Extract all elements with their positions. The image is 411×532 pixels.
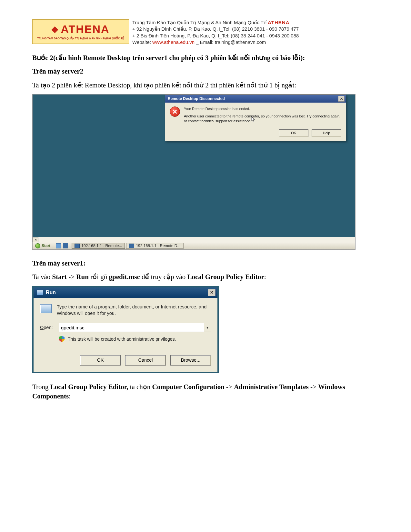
message-line-1: Your Remote Desktop session has ended. <box>184 106 341 111</box>
run-titlebar: Run ✕ <box>34 287 217 298</box>
dialog-content: Your Remote Desktop session has ended. A… <box>165 103 346 127</box>
contact-info: Trung Tâm Đào Tạo Quản Trị Mạng & An Nin… <box>132 19 299 45</box>
screenshot-rdp-disconnected: Remote Desktop Disconnected ✕ Your Remot… <box>32 94 356 250</box>
taskbar-item-2-label: 192.168.1.1 - Remote D... <box>136 243 180 248</box>
rdp-icon <box>75 244 80 248</box>
taskbar-item-2[interactable]: 192.168.1.1 - Remote D... <box>126 243 183 249</box>
document-page: ◆ ATHENA TRUNG TÂM ĐÀO TẠO QUẢN TRỊ MẠNG… <box>0 0 411 532</box>
step2-heading: Bước 2(cấu hình Remote Desktop trên serv… <box>32 53 379 62</box>
shield-icon <box>59 336 65 342</box>
document-body: Bước 2(cấu hình Remote Desktop trên serv… <box>32 53 379 401</box>
run-open-row: Open: ▼ <box>40 323 211 332</box>
dialog-buttons: OK Help <box>165 127 346 141</box>
screenshot-run-dialog: Run ✕ Type the name of a program, folder… <box>32 286 219 374</box>
run-desc-row: Type the name of a program, folder, docu… <box>40 304 211 317</box>
run-description: Type the name of a program, folder, docu… <box>57 304 211 317</box>
run-title: Run <box>46 289 56 296</box>
chevron-down-icon: ▼ <box>206 326 209 330</box>
admin-note: This task will be created with administr… <box>68 336 176 342</box>
rdp-icon <box>129 244 134 248</box>
contact-line-2: + 92 Nguyễn Đình Chiểu, P. Đa Kao, Q. I_… <box>132 26 299 32</box>
run-title-icon <box>37 290 43 295</box>
horizontal-scrollbar[interactable]: ◄ <box>33 237 355 242</box>
taskbar-item-1[interactable]: 192.168.1.1 - Remote... <box>72 243 125 249</box>
run-title-left: Run <box>37 289 56 296</box>
start-label: Start <box>42 243 50 248</box>
contact-line-3: + 2 Bis Đinh Tiên Hoàng, P. Đa Kao, Q. I… <box>132 33 299 39</box>
ok-button[interactable]: OK <box>279 129 308 137</box>
dialog-message: Your Remote Desktop session has ended. A… <box>184 106 341 124</box>
logo-text: ATHENA <box>61 24 109 35</box>
server1-heading: Trên máy server1: <box>32 259 379 268</box>
browse-button[interactable]: Browse... <box>170 355 211 366</box>
start-button[interactable]: Start <box>33 242 53 249</box>
paragraph-1: Ta tạo 2 phiên kết Remote Desktop, khi t… <box>32 81 379 90</box>
contact-line-4: Website: www.athena.edu.vn _ Email: trai… <box>132 39 299 45</box>
quick-launch-icon-2[interactable] <box>63 243 68 248</box>
server2-heading: Trên máy server2 <box>32 67 379 76</box>
logo: ◆ ATHENA <box>52 24 109 35</box>
contact-line-1: Trung Tâm Đào Tạo Quản Trị Mạng & An Nin… <box>132 19 299 26</box>
paragraph-3: Trong Local Group Policy Editor, ta chọn… <box>32 382 379 401</box>
logo-box: ◆ ATHENA TRUNG TÂM ĐÀO TẠO QUẢN TRỊ MẠNG… <box>32 19 129 44</box>
message-line-2: Another user connected to the remote com… <box>184 114 341 124</box>
dialog-rdp-disconnected: Remote Desktop Disconnected ✕ Your Remot… <box>165 95 346 141</box>
dialog-titlebar: Remote Desktop Disconnected ✕ <box>165 95 346 103</box>
error-icon <box>170 106 180 117</box>
run-buttons: OK Cancel Browse... <box>34 347 217 372</box>
close-icon: ✕ <box>340 96 343 101</box>
open-label: Open: <box>40 325 54 331</box>
open-combobox[interactable]: ▼ <box>59 323 211 332</box>
diamond-icon: ◆ <box>52 25 59 33</box>
quick-launch <box>53 242 71 249</box>
windows-logo-icon <box>35 243 40 248</box>
close-button[interactable]: ✕ <box>338 96 345 102</box>
paragraph-2: Ta vào Start -> Run rồi gõ gpedit.msc để… <box>32 272 379 281</box>
run-body: Type the name of a program, folder, docu… <box>34 298 217 347</box>
admin-note-row: This task will be created with administr… <box>59 336 211 342</box>
close-button[interactable]: ✕ <box>208 289 216 296</box>
logo-subtitle: TRUNG TÂM ĐÀO TẠO QUẢN TRỊ MẠNG & AN NIN… <box>35 36 127 40</box>
taskbar: Start 192.168.1.1 - Remote... 192.168.1.… <box>33 242 355 249</box>
open-input[interactable] <box>59 323 204 332</box>
scroll-track[interactable] <box>38 237 355 242</box>
cancel-button[interactable]: Cancel <box>125 355 166 366</box>
close-icon: ✕ <box>210 290 214 296</box>
scroll-left-button[interactable]: ◄ <box>33 237 38 242</box>
letterhead: ◆ ATHENA TRUNG TÂM ĐÀO TẠO QUẢN TRỊ MẠNG… <box>32 19 379 45</box>
quick-launch-icon-1[interactable] <box>56 243 61 248</box>
ok-button[interactable]: OK <box>80 355 121 366</box>
dropdown-button[interactable]: ▼ <box>204 323 211 332</box>
help-button[interactable]: Help <box>312 129 341 137</box>
run-icon <box>40 304 52 313</box>
dialog-title: Remote Desktop Disconnected <box>168 96 225 101</box>
taskbar-item-1-label: 192.168.1.1 - Remote... <box>81 243 122 248</box>
